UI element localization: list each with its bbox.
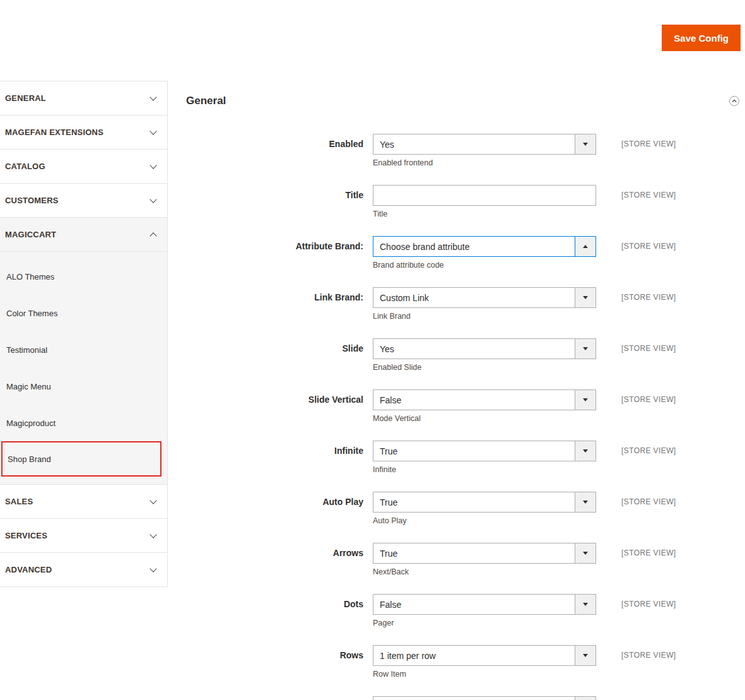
sidebar-section-customers[interactable]: CUSTOMERS xyxy=(0,184,167,218)
sidebar-item-color-themes[interactable]: Color Themes xyxy=(0,295,167,331)
arrows-select[interactable]: True xyxy=(373,543,596,564)
field-scope: [STORE VIEW] xyxy=(621,185,676,206)
caret-down-icon[interactable] xyxy=(575,492,595,512)
field-label: Attribute Brand: xyxy=(186,236,373,257)
section-header: General xyxy=(186,95,741,107)
field-comment: Row Item xyxy=(373,670,596,679)
chevron-up-icon xyxy=(150,232,156,239)
chevron-down-icon xyxy=(150,162,156,169)
select-value: Yes xyxy=(373,134,575,154)
field-value: FalsePager xyxy=(373,594,596,628)
field-value: Custom LinkLink Brand xyxy=(373,287,596,321)
sidebar-item-label: Magicproduct xyxy=(6,418,56,428)
sidebar-section-sales[interactable]: SALES xyxy=(0,485,167,519)
slide-vertical-select[interactable]: False xyxy=(373,389,596,410)
sidebar-section-label: SERVICES xyxy=(5,531,47,540)
field-label: Slide Vertical xyxy=(186,389,373,410)
field-value: FalseMode Vertical xyxy=(373,389,596,424)
sidebar-item-label: Color Themes xyxy=(6,309,57,318)
sidebar-item-alo-themes[interactable]: ALO Themes xyxy=(0,258,167,295)
field-scope: [STORE VIEW] xyxy=(621,594,676,615)
field-scope: [STORE VIEW] xyxy=(621,389,676,410)
select-value: False xyxy=(373,595,575,614)
sidebar-nav: GENERALMAGEFAN EXTENSIONSCATALOGCUSTOMER… xyxy=(0,81,168,587)
partial-field-select[interactable] xyxy=(373,696,596,700)
link-brand-select[interactable]: Custom Link xyxy=(373,287,596,308)
caret-down-icon[interactable] xyxy=(575,339,595,359)
field-row-auto-play: Auto PlayTrueAuto Play[STORE VIEW] xyxy=(186,492,741,526)
select-value: Custom Link xyxy=(373,288,575,307)
config-form: EnabledYesEnabled frontend[STORE VIEW]Ti… xyxy=(186,134,741,700)
field-comment: Enabled frontend xyxy=(373,158,596,168)
field-value: TrueNext/Back xyxy=(373,543,596,577)
sidebar-section-label: ADVANCED xyxy=(5,565,52,574)
caret-down-icon[interactable] xyxy=(575,441,595,461)
select-value: Yes xyxy=(373,339,575,359)
caret-down-icon[interactable] xyxy=(575,390,595,410)
caret-down-icon[interactable] xyxy=(575,134,595,154)
slide-select[interactable]: Yes xyxy=(373,338,596,359)
auto-play-select[interactable]: True xyxy=(373,492,596,513)
field-value: 1 item per rowRow Item xyxy=(373,645,596,679)
sidebar-item-label: Shop Brand xyxy=(8,454,51,464)
caret-down-icon[interactable] xyxy=(575,288,595,307)
sidebar-section-general[interactable]: GENERAL xyxy=(0,81,167,116)
select-value: False xyxy=(373,390,575,410)
main-content: General EnabledYesEnabled frontend[STORE… xyxy=(168,81,745,700)
field-label: Dots xyxy=(186,594,373,615)
sidebar-item-shop-brand[interactable]: Shop Brand xyxy=(1,441,161,477)
sidebar-item-testimonial[interactable]: Testimonial xyxy=(0,331,167,368)
select-value xyxy=(373,697,575,700)
sidebar-item-magicproduct[interactable]: Magicproduct xyxy=(0,405,167,441)
rows-select[interactable]: 1 item per row xyxy=(373,645,596,666)
field-value xyxy=(373,696,596,700)
save-config-button[interactable]: Save Config xyxy=(662,25,741,51)
dots-select[interactable]: False xyxy=(373,594,596,615)
select-value: True xyxy=(373,492,575,512)
field-scope: [STORE VIEW] xyxy=(621,236,676,257)
caret-up-icon[interactable] xyxy=(575,237,595,256)
caret-down-icon[interactable] xyxy=(575,595,595,614)
sidebar-section-catalog[interactable]: CATALOG xyxy=(0,150,167,184)
field-comment: Enabled Slide xyxy=(373,363,596,372)
top-bar: Save Config xyxy=(0,0,745,81)
infinite-select[interactable]: True xyxy=(373,441,596,461)
attribute-brand-select[interactable]: Choose brand attribute xyxy=(373,236,596,257)
field-comment: Mode Vertical xyxy=(373,414,596,424)
section-title: General xyxy=(186,95,226,107)
field-scope: [STORE VIEW] xyxy=(621,645,676,666)
field-scope: [STORE VIEW] xyxy=(621,338,676,359)
chevron-down-icon xyxy=(150,93,156,100)
caret-down-icon[interactable] xyxy=(575,543,595,563)
title-input[interactable] xyxy=(373,185,596,206)
sidebar-item-label: Testimonial xyxy=(6,345,47,355)
field-comment: Title xyxy=(373,210,596,219)
field-label: Rows xyxy=(186,645,373,666)
sidebar-section-magefan-extensions[interactable]: MAGEFAN EXTENSIONS xyxy=(0,116,167,150)
collapse-section-icon[interactable] xyxy=(729,95,740,107)
select-value: 1 item per row xyxy=(373,646,575,665)
sidebar-item-label: ALO Themes xyxy=(6,272,54,282)
sidebar-subitems: ALO ThemesColor ThemesTestimonialMagic M… xyxy=(0,252,167,485)
select-value: Choose brand attribute xyxy=(373,237,575,256)
field-row-arrows: ArrowsTrueNext/Back[STORE VIEW] xyxy=(186,543,741,577)
sidebar-section-advanced[interactable]: ADVANCED xyxy=(0,553,167,587)
layout: GENERALMAGEFAN EXTENSIONSCATALOGCUSTOMER… xyxy=(0,81,745,700)
field-row-attribute-brand: Attribute Brand:Choose brand attributeBr… xyxy=(186,236,741,270)
sidebar-section-label: CATALOG xyxy=(5,162,45,171)
field-comment: Next/Back xyxy=(373,567,596,577)
sidebar-section-magiccart[interactable]: MAGICCART xyxy=(0,218,167,252)
field-row-slide: SlideYesEnabled Slide[STORE VIEW] xyxy=(186,338,741,372)
sidebar-item-magic-menu[interactable]: Magic Menu xyxy=(0,368,167,405)
field-row-infinite: InfiniteTrueInfinite[STORE VIEW] xyxy=(186,441,741,475)
sidebar-section-label: MAGICCART xyxy=(5,230,56,239)
field-value: Title xyxy=(373,185,596,219)
caret-down-icon[interactable] xyxy=(575,697,595,700)
caret-down-icon[interactable] xyxy=(575,646,595,665)
field-comment: Brand attribute code xyxy=(373,261,596,270)
chevron-down-icon xyxy=(150,565,156,572)
sidebar-section-services[interactable]: SERVICES xyxy=(0,519,167,553)
enabled-select[interactable]: Yes xyxy=(373,134,596,155)
field-row-rows: Rows1 item per rowRow Item[STORE VIEW] xyxy=(186,645,741,679)
chevron-down-icon xyxy=(150,497,156,504)
